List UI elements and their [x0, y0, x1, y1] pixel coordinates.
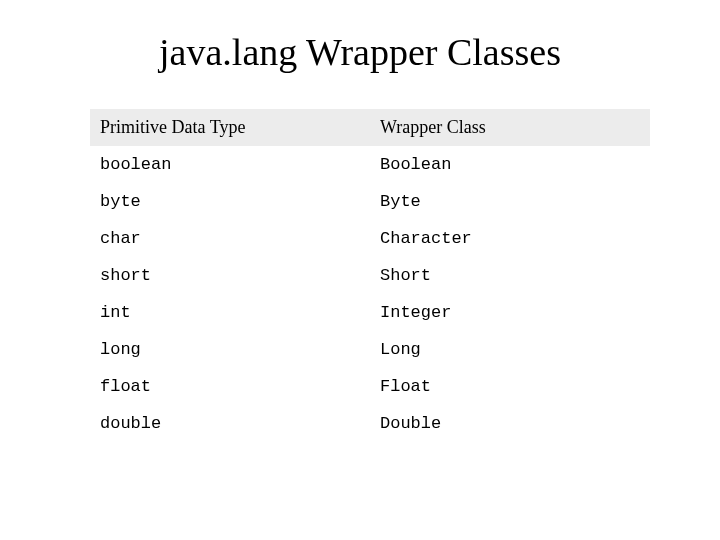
cell-primitive: boolean	[90, 146, 370, 183]
cell-wrapper: Short	[370, 257, 650, 294]
cell-primitive: int	[90, 294, 370, 331]
table-row: byte Byte	[90, 183, 650, 220]
cell-primitive: byte	[90, 183, 370, 220]
cell-primitive: float	[90, 368, 370, 405]
table-row: char Character	[90, 220, 650, 257]
table-row: float Float	[90, 368, 650, 405]
cell-primitive: short	[90, 257, 370, 294]
table-row: double Double	[90, 405, 650, 442]
table-row: boolean Boolean	[90, 146, 650, 183]
table-header-row: Primitive Data Type Wrapper Class	[90, 109, 650, 146]
cell-wrapper: Float	[370, 368, 650, 405]
slide-title: java.lang Wrapper Classes	[0, 30, 720, 74]
cell-primitive: char	[90, 220, 370, 257]
cell-wrapper: Long	[370, 331, 650, 368]
header-primitive: Primitive Data Type	[90, 109, 370, 146]
cell-wrapper: Boolean	[370, 146, 650, 183]
wrapper-classes-table: Primitive Data Type Wrapper Class boolea…	[90, 109, 650, 442]
cell-wrapper: Double	[370, 405, 650, 442]
table-row: int Integer	[90, 294, 650, 331]
cell-wrapper: Byte	[370, 183, 650, 220]
header-wrapper: Wrapper Class	[370, 109, 650, 146]
table-row: short Short	[90, 257, 650, 294]
cell-primitive: double	[90, 405, 370, 442]
cell-primitive: long	[90, 331, 370, 368]
cell-wrapper: Character	[370, 220, 650, 257]
table-row: long Long	[90, 331, 650, 368]
cell-wrapper: Integer	[370, 294, 650, 331]
